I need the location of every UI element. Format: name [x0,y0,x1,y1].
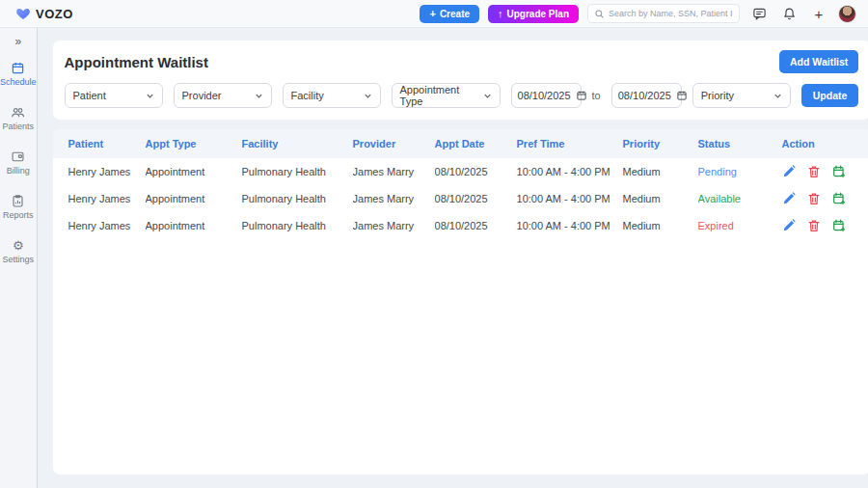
status-badge: Pending [698,166,737,177]
sidebar-item-label: Schedule [0,77,37,87]
calendar-icon [11,60,26,75]
billing-icon [11,149,26,164]
search-input[interactable] [609,9,733,18]
column-header: Appt Type [146,138,242,149]
vozo-logo: VOZO [15,6,73,21]
date-to-value: 08/10/2025 [618,90,671,101]
facility-filter-select[interactable]: Facility [283,83,381,108]
logo-text: VOZO [36,7,73,21]
quick-add-icon[interactable]: + [808,4,829,23]
filter-row: Patient Provider Facility Appointment Ty… [65,83,859,108]
cell-appt-type: Appointment [146,193,242,204]
cell-appt-date: 08/10/2025 [435,193,517,204]
status-badge: Expired [698,220,734,231]
cell-actions [782,192,855,206]
waitlist-table: PatientAppt TypeFacilityProviderAppt Dat… [53,129,868,474]
chevron-down-icon [255,92,263,100]
edit-icon[interactable] [782,219,797,233]
update-button[interactable]: Update [801,84,859,107]
date-from-input[interactable]: 08/10/2025 [511,83,582,108]
cell-facility: Pulmonary Health [242,166,353,177]
to-label: to [592,90,601,101]
chevron-down-icon [364,92,372,100]
schedule-calendar-plus-icon[interactable] [832,165,847,179]
delete-icon[interactable] [807,192,822,206]
cell-pref-time: 10:00 AM - 4:00 PM [517,193,623,204]
cell-priority: Medium [623,193,698,204]
priority-filter-value: Priority [701,90,734,101]
edit-icon[interactable] [782,192,797,206]
cell-pref-time: 10:00 AM - 4:00 PM [517,166,623,177]
cell-pref-time: 10:00 AM - 4:00 PM [517,220,623,231]
appointment-type-filter-value: Appointment Type [400,84,483,107]
cell-appt-type: Appointment [146,220,242,231]
table-row: Henry James Appointment Pulmonary Health… [53,185,868,212]
chevron-down-icon [773,92,782,100]
patient-filter-select[interactable]: Patient [65,83,163,108]
appointment-type-filter-select[interactable]: Appointment Type [392,83,501,108]
cell-priority: Medium [623,166,698,177]
cell-appt-date: 08/10/2025 [435,220,517,231]
messages-icon[interactable] [748,4,770,23]
delete-icon[interactable] [807,165,822,179]
cell-patient: Henry James [68,166,146,177]
sidebar-item-schedule[interactable]: Schedule [0,57,37,90]
column-header: Patient [68,138,146,149]
patient-filter-value: Patient [73,90,106,101]
delete-icon[interactable] [807,219,822,233]
sidebar-item-label: Settings [3,255,35,264]
topbar: VOZO + Create ↑ Upgrade Plan + [0,0,868,28]
edit-icon[interactable] [782,165,797,179]
cell-priority: Medium [623,220,698,231]
cell-facility: Pulmonary Health [242,193,353,204]
sidebar-item-label: Billing [7,166,30,176]
column-header: Appt Date [435,138,517,149]
page-title: Appointment Waitlist [65,54,208,70]
column-header: Status [698,138,782,149]
patients-icon [11,104,26,120]
notifications-bell-icon[interactable] [778,4,800,23]
cell-patient: Henry James [68,220,146,231]
sidebar-item-label: Reports [3,210,34,220]
cell-provider: James Marry [353,193,435,204]
priority-filter-select[interactable]: Priority [692,83,791,108]
column-header: Provider [353,138,435,149]
date-to-input[interactable]: 08/10/2025 [611,83,682,108]
column-header: Pref Time [517,138,623,149]
upgrade-button-label: Upgrade Plan [507,9,569,19]
sidebar-item-settings[interactable]: ⚙ Settings [0,234,37,267]
user-avatar[interactable] [838,5,856,23]
table-row: Henry James Appointment Pulmonary Health… [53,158,868,185]
reports-icon [11,193,26,208]
upgrade-plan-button[interactable]: ↑ Upgrade Plan [488,5,579,23]
create-button-label: Create [440,9,470,19]
heart-logo-icon [15,6,31,21]
cell-provider: James Marry [353,166,435,177]
column-header: Action [782,138,855,149]
cell-appt-date: 08/10/2025 [435,166,517,177]
schedule-calendar-plus-icon[interactable] [832,219,847,233]
facility-filter-value: Facility [291,90,324,101]
sidebar-collapse-icon[interactable]: » [14,36,21,47]
waitlist-header-card: Appointment Waitlist Add Waitlist Patien… [53,41,868,120]
schedule-calendar-plus-icon[interactable] [832,192,847,206]
sidebar-item-patients[interactable]: Patients [0,101,37,134]
table-header-row: PatientAppt TypeFacilityProviderAppt Dat… [53,129,868,158]
calendar-icon [676,90,688,101]
cell-facility: Pulmonary Health [242,220,353,231]
cell-appt-type: Appointment [146,166,242,177]
create-button[interactable]: + Create [420,5,479,23]
provider-filter-select[interactable]: Provider [174,83,272,108]
sidebar-nav: » Schedule Patients Billing Reports ⚙ Se… [0,28,38,488]
settings-icon: ⚙ [11,237,26,253]
main-content: Appointment Waitlist Add Waitlist Patien… [38,28,868,488]
table-row: Henry James Appointment Pulmonary Health… [53,212,868,239]
sidebar-item-reports[interactable]: Reports [0,190,37,223]
cell-actions [782,165,855,179]
calendar-icon [576,90,587,101]
provider-filter-value: Provider [182,90,222,101]
cell-patient: Henry James [68,193,146,204]
sidebar-item-billing[interactable]: Billing [0,146,37,178]
status-badge: Available [698,193,741,204]
add-waitlist-button[interactable]: Add Waitlist [779,50,858,73]
